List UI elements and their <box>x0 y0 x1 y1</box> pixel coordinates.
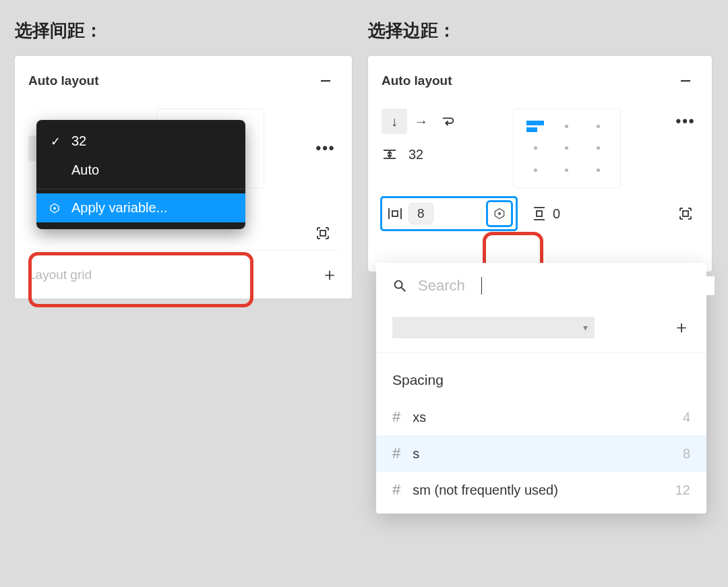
number-icon: # <box>392 408 400 426</box>
variable-group-label: Spacing <box>376 353 706 399</box>
variable-name: sm (not frequently used) <box>413 483 558 498</box>
variable-icon <box>49 202 62 214</box>
gap-value: 32 <box>408 147 423 162</box>
variable-value: 8 <box>683 446 690 462</box>
vertical-padding-icon <box>531 206 547 222</box>
panel-title: Auto layout <box>28 73 99 88</box>
panel-title: Auto layout <box>382 73 452 88</box>
svg-rect-1 <box>320 230 326 236</box>
direction-vertical[interactable] <box>382 109 407 134</box>
more-options[interactable]: ••• <box>313 135 338 161</box>
variable-picker: ▾ ＋ Spacing # xs 4 # s 8 # sm (not frequ… <box>376 263 706 514</box>
check-icon: ✓ <box>49 134 62 149</box>
svg-rect-18 <box>392 211 398 216</box>
individual-padding-toggle[interactable] <box>310 220 336 246</box>
menu-item-label: Auto <box>71 162 99 178</box>
more-options[interactable]: ••• <box>673 109 698 134</box>
menu-item-label: 32 <box>71 133 86 149</box>
layout-grid-label: Layout grid <box>28 268 92 282</box>
library-select[interactable]: ▾ <box>392 317 595 338</box>
menu-item-label: Apply variable... <box>71 200 167 216</box>
svg-point-20 <box>499 213 501 215</box>
horizontal-padding-value: 8 <box>408 203 433 224</box>
horizontal-padding-field[interactable]: 8 <box>382 197 516 230</box>
variable-name: s <box>413 446 419 462</box>
collapse-button[interactable] <box>313 68 338 94</box>
search-icon <box>392 278 407 293</box>
left-title: 选择间距： <box>15 19 352 42</box>
svg-rect-24 <box>683 211 688 216</box>
variable-value: 12 <box>675 483 690 498</box>
right-column: 选择边距： Auto layout <box>368 19 712 299</box>
vertical-padding-field[interactable]: 0 <box>526 197 566 230</box>
svg-point-33 <box>395 281 402 288</box>
gap-icon <box>382 146 398 162</box>
svg-rect-23 <box>537 211 542 216</box>
menu-separator <box>36 189 245 189</box>
direction-wrap[interactable] <box>435 109 461 134</box>
variable-name: xs <box>413 410 426 425</box>
direction-group <box>382 109 461 134</box>
individual-padding-toggle[interactable] <box>673 201 698 226</box>
gap-field[interactable]: 32 <box>382 146 461 162</box>
variable-row-xs[interactable]: # xs 4 <box>376 399 706 435</box>
apply-variable-option[interactable]: Apply variable... <box>36 193 245 222</box>
svg-line-34 <box>402 288 406 292</box>
gap-option-32[interactable]: ✓ 32 <box>36 127 245 156</box>
create-variable-button[interactable]: ＋ <box>673 315 690 339</box>
direction-horizontal[interactable] <box>408 109 434 134</box>
add-layout-grid[interactable]: ＋ <box>321 263 338 286</box>
variable-row-s[interactable]: # s 8 <box>376 435 706 472</box>
variable-search-input[interactable] <box>417 276 715 295</box>
number-icon: # <box>392 481 400 499</box>
gap-value-menu: ✓ 32 Auto Apply variable... <box>36 120 245 229</box>
gap-option-auto[interactable]: Auto <box>36 156 245 185</box>
vertical-padding-value: 0 <box>553 206 560 222</box>
auto-layout-panel-right: Auto layout <box>368 56 712 272</box>
apply-variable-button[interactable] <box>488 202 511 225</box>
variable-row-sm[interactable]: # sm (not frequently used) 12 <box>376 472 706 508</box>
alignment-grid[interactable] <box>513 109 621 188</box>
variable-value: 4 <box>683 410 690 425</box>
chevron-down-icon: ▾ <box>583 322 588 333</box>
left-column: 选择间距： Auto layout <box>15 19 352 299</box>
horizontal-padding-icon <box>387 206 403 222</box>
collapse-button[interactable] <box>673 68 698 94</box>
right-title: 选择边距： <box>368 19 712 42</box>
svg-point-11 <box>54 207 55 208</box>
number-icon: # <box>392 445 400 462</box>
variable-search-row <box>376 263 706 309</box>
